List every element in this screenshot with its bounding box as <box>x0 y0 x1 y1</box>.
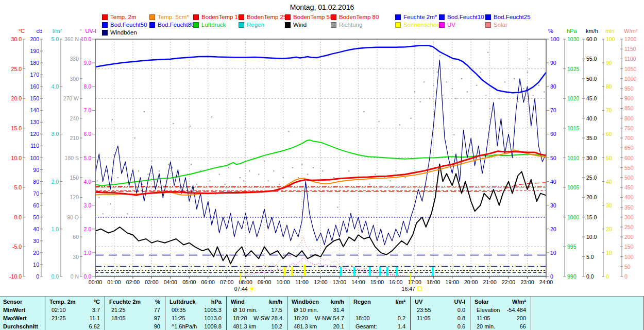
stat-value: 20.1 <box>292 323 344 330</box>
axis-label: 700 <box>624 135 634 141</box>
stat-value: 17.5 <box>231 306 282 314</box>
sun-ray <box>249 286 250 287</box>
axis-label: 10.0 <box>586 234 597 240</box>
series-richtung-dot <box>517 101 518 102</box>
legend-item-uv: UV <box>439 22 455 28</box>
axis-label: 450 <box>624 184 634 190</box>
axis-label: 23:00 <box>520 279 534 285</box>
axis-label: 330 <box>70 56 79 62</box>
axis-label: 1150 <box>624 46 636 52</box>
table-separator <box>45 297 45 330</box>
series-richtung-dot <box>144 111 145 112</box>
stat-value: 1009.8 <box>170 323 222 330</box>
axis-label: 5.0 <box>14 184 22 190</box>
series-richtung-dot <box>142 184 143 185</box>
table-separator <box>349 297 349 330</box>
stat-value: 11.1 <box>49 315 100 322</box>
axis-label: 35.0 <box>586 135 597 141</box>
col-unit: km/h <box>292 298 344 306</box>
axis-label: 5.0 <box>83 155 91 161</box>
axis-label: 1020 <box>567 95 580 101</box>
axis-label: 30 <box>33 238 39 244</box>
legend-swatch-icon <box>285 22 291 28</box>
axis-label: 30.0 <box>586 155 597 161</box>
series-richtung-dot <box>196 184 197 185</box>
axis-label: 990 <box>567 273 577 280</box>
table-separator <box>531 297 531 330</box>
series-richtung-dot <box>487 52 488 53</box>
table-separator <box>410 297 411 330</box>
table-separator <box>470 297 470 330</box>
sun-ray <box>253 286 254 287</box>
axis-label: 150 <box>30 95 39 101</box>
axis-label: 55.0 <box>586 56 597 62</box>
stat-value: 31.4 <box>292 306 344 314</box>
axis-label: 120 <box>30 131 39 137</box>
axis-label: 300 <box>624 214 634 220</box>
axis-label: 60 <box>73 234 79 240</box>
series-richtung-dot <box>322 170 323 171</box>
series-richtung-dot <box>527 72 528 73</box>
sunset-square-icon <box>418 287 421 290</box>
axis-label: 80 <box>33 179 39 185</box>
series-richtung-dot <box>289 131 290 132</box>
series-richtung-dot <box>225 184 226 185</box>
legend-item-windb-en: Windböen <box>102 29 137 36</box>
legend-item-luftdruck: Luftdruck <box>193 22 226 28</box>
axis-label: 70 <box>33 190 39 197</box>
series-richtung-dot <box>442 95 443 96</box>
legend-label: Temp. 5cm* <box>158 14 189 20</box>
stat-value: 200 <box>474 315 526 322</box>
series-richtung-dot <box>420 101 421 102</box>
series-richtung-dot <box>470 101 471 102</box>
series-richtung-dot <box>123 190 124 192</box>
col-unit: UV-I <box>415 298 465 306</box>
axis-label: 150 <box>70 175 79 181</box>
table-separator <box>287 297 287 330</box>
axis-label: 07:00 <box>220 279 233 285</box>
axis-label: 750 <box>624 125 634 131</box>
axis-label: 10.0 <box>11 155 22 161</box>
axis-label: 240 <box>70 115 79 121</box>
series-richtung-dot <box>249 170 250 171</box>
axis-label: 1000 <box>567 214 580 220</box>
legend-item-bodentemp-50: BodenTemp 50 <box>285 14 333 20</box>
legend-label: BodenTemp 10 <box>201 14 241 20</box>
axis-label: 160 <box>30 83 39 90</box>
series-richtung-dot <box>514 78 515 79</box>
legend-label: Bod.Feucht25 <box>494 14 531 20</box>
stat-value: W-SW 28.4 <box>231 315 282 322</box>
series-sonnenschein-bar <box>291 267 293 276</box>
axis-label: 10 <box>606 250 612 256</box>
axis-label: 22:00 <box>502 279 515 285</box>
legend-label: Temp. 2m <box>110 14 137 20</box>
series-richtung-dot <box>476 85 477 86</box>
series-richtung-dot <box>405 177 406 178</box>
axis-label: 1010 <box>567 155 580 161</box>
axis-label: 4.0 <box>83 179 91 185</box>
row-label: Durchschnitt <box>3 323 38 330</box>
axis-label: 0.0 <box>14 214 22 220</box>
legend-item-sonnenschein: Sonnenschein <box>395 22 441 28</box>
series-regen-bar <box>432 267 434 276</box>
legend-swatch-icon <box>395 22 401 28</box>
axis-label: 60 <box>33 202 39 209</box>
stat-value: 1.4 <box>353 323 405 330</box>
legend-label: Luftdruck <box>201 22 226 28</box>
series-richtung-dot <box>98 197 99 198</box>
axis-label: 30 <box>73 254 79 260</box>
axis-label: 20:00 <box>464 279 478 285</box>
legend-item-bod-feucht50: Bod.Feucht50 <box>102 22 147 28</box>
series-richtung-dot <box>467 91 468 92</box>
col-unit: °C <box>49 298 100 306</box>
stat-value: -54.484 <box>474 306 526 314</box>
row-label: MinWert <box>3 306 25 314</box>
series-richtung-dot <box>228 167 229 168</box>
series-richtung-dot <box>159 170 160 171</box>
series-richtung-dot <box>328 190 329 192</box>
table-separator <box>226 297 227 330</box>
stat-value: 97 <box>109 315 160 322</box>
series-richtung-dot <box>112 119 113 120</box>
axis-label: 200 <box>624 234 634 240</box>
stat-value: 1013.0 <box>170 315 222 322</box>
